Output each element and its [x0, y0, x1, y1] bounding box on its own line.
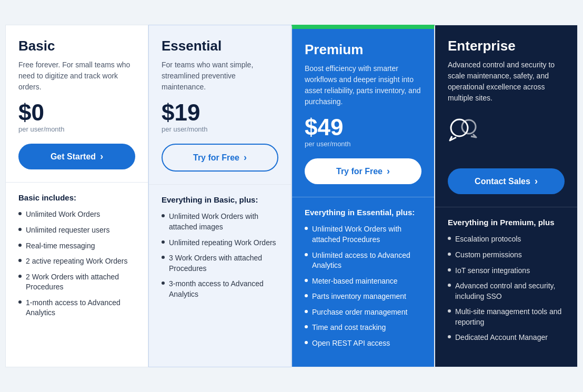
chevron-right-icon: ›	[387, 166, 390, 177]
bullet-icon	[18, 300, 22, 304]
plan-name-premium: Premium	[305, 42, 421, 58]
list-item: Real-time messaging	[18, 241, 135, 252]
list-item: Parts inventory management	[305, 292, 421, 302]
plan-cta-premium: Try for Free›	[292, 158, 434, 197]
feature-text: IoT sensor integrations	[455, 266, 530, 276]
list-item: 2 Work Orders with attached Procedures	[18, 272, 135, 293]
feature-text: Multi-site management tools and reportin…	[455, 307, 565, 327]
plan-price-essential: $19per user/month	[162, 101, 278, 133]
features-list-essential: Unlimited Work Orders with attached imag…	[162, 212, 278, 299]
bullet-icon	[18, 212, 22, 215]
bullet-icon	[448, 253, 451, 256]
features-list-enterprise: Escalation protocolsCustom permissionsIo…	[448, 234, 565, 343]
feature-text: Unlimited Work Orders with attached imag…	[169, 212, 278, 232]
list-item: 2 active repeating Work Orders	[18, 256, 135, 267]
feature-text: Unlimited access to Advanced Analytics	[312, 250, 421, 271]
bullet-icon	[305, 341, 308, 344]
plan-price-premium: $49per user/month	[305, 116, 421, 148]
bullet-icon	[162, 240, 165, 244]
list-item: Unlimited requester users	[18, 225, 135, 236]
svg-point-0	[451, 119, 468, 136]
bullet-icon	[305, 294, 308, 297]
plan-desc-basic: Free forever. For small teams who need t…	[18, 59, 135, 93]
cta-button-basic[interactable]: Get Started›	[18, 144, 135, 169]
bullet-icon	[162, 282, 165, 285]
list-item: 3-month access to Advanced Analytics	[162, 279, 278, 299]
list-item: Unlimited access to Advanced Analytics	[305, 250, 421, 271]
feature-text: Time and cost tracking	[312, 323, 386, 333]
plan-cta-basic: Get Started›	[6, 144, 148, 182]
bullet-icon	[162, 214, 165, 217]
bullet-icon	[448, 237, 451, 240]
cta-label-enterprise: Contact Sales	[475, 177, 530, 186]
plan-name-enterprise: Enterprise	[448, 38, 565, 54]
plan-card-essential: EssentialFor teams who want simple, stre…	[148, 25, 292, 367]
cta-button-essential[interactable]: Try for Free›	[162, 144, 278, 172]
plan-header-premium: PremiumBoost efficiency with smarter wor…	[292, 29, 434, 158]
bullet-icon	[448, 284, 451, 287]
list-item: Purchase order management	[305, 307, 421, 318]
plan-card-premium: PremiumBoost efficiency with smarter wor…	[292, 25, 435, 367]
feature-text: Unlimited requester users	[26, 225, 110, 236]
bullet-icon	[305, 325, 308, 328]
bullet-icon	[448, 268, 451, 272]
list-item: Dedicated Account Manager	[448, 333, 565, 343]
bullet-icon	[448, 309, 451, 313]
enterprise-chat-icon	[448, 117, 565, 149]
plan-name-essential: Essential	[162, 38, 278, 54]
feature-text: Real-time messaging	[26, 241, 95, 252]
price-period-basic: per user/month	[18, 125, 135, 133]
list-item: Unlimited Work Orders with attached Proc…	[305, 224, 421, 245]
plan-card-basic: BasicFree forever. For small teams who n…	[5, 25, 148, 367]
list-item: Open REST API access	[305, 338, 421, 349]
plan-header-basic: BasicFree forever. For small teams who n…	[6, 25, 148, 144]
list-item: 1-month access to Advanced Analytics	[18, 298, 135, 318]
plan-card-enterprise: EnterpriseAdvanced control and security …	[435, 25, 578, 367]
features-list-premium: Unlimited Work Orders with attached Proc…	[305, 224, 421, 348]
cta-button-premium[interactable]: Try for Free›	[305, 158, 421, 184]
plan-desc-essential: For teams who want simple, streamlined p…	[162, 59, 278, 93]
features-title-enterprise: Everything in Premium, plus	[448, 218, 565, 227]
list-item: Meter-based maintenance	[305, 276, 421, 287]
feature-text: Advanced control and security, including…	[455, 281, 565, 301]
bullet-icon	[305, 227, 308, 230]
bullet-icon	[305, 279, 308, 282]
bullet-icon	[18, 259, 22, 262]
plan-cta-essential: Try for Free›	[149, 144, 291, 184]
feature-text: 3 Work Orders with attached Procedures	[169, 253, 278, 274]
features-title-basic: Basic includes:	[18, 193, 135, 202]
plan-features-basic: Basic includes:Unlimited Work OrdersUnli…	[6, 182, 148, 366]
feature-text: Escalation protocols	[455, 234, 521, 245]
feature-text: Unlimited Work Orders	[26, 209, 100, 220]
price-period-essential: per user/month	[162, 125, 278, 133]
plan-header-enterprise: EnterpriseAdvanced control and security …	[435, 25, 577, 168]
plan-name-basic: Basic	[18, 38, 135, 54]
feature-text: Unlimited Work Orders with attached Proc…	[312, 224, 421, 245]
plan-header-essential: EssentialFor teams who want simple, stre…	[149, 25, 291, 144]
bullet-icon	[18, 275, 22, 278]
feature-text: 1-month access to Advanced Analytics	[26, 298, 135, 318]
features-list-basic: Unlimited Work OrdersUnlimited requester…	[18, 209, 135, 318]
list-item: 3 Work Orders with attached Procedures	[162, 253, 278, 274]
list-item: Advanced control and security, including…	[448, 281, 565, 301]
list-item: Multi-site management tools and reportin…	[448, 307, 565, 327]
feature-text: Parts inventory management	[312, 292, 406, 302]
plan-cta-enterprise: Contact Sales›	[435, 168, 577, 207]
bullet-icon	[18, 244, 22, 247]
bullet-icon	[448, 335, 451, 338]
list-item: IoT sensor integrations	[448, 266, 565, 276]
price-amount-essential: $19	[162, 101, 278, 124]
chevron-right-icon: ›	[100, 151, 103, 162]
cta-button-enterprise[interactable]: Contact Sales›	[448, 168, 565, 194]
bullet-icon	[18, 228, 22, 231]
feature-text: 3-month access to Advanced Analytics	[169, 279, 278, 299]
feature-text: Dedicated Account Manager	[455, 333, 548, 343]
feature-text: Custom permissions	[455, 250, 522, 260]
feature-text: Open REST API access	[312, 338, 390, 349]
feature-text: 2 active repeating Work Orders	[26, 256, 128, 267]
cta-label-basic: Get Started	[51, 152, 96, 162]
bullet-icon	[305, 310, 308, 313]
price-period-premium: per user/month	[305, 140, 421, 148]
svg-point-1	[462, 120, 476, 134]
plan-features-essential: Everything in Basic, plus:Unlimited Work…	[149, 184, 291, 366]
